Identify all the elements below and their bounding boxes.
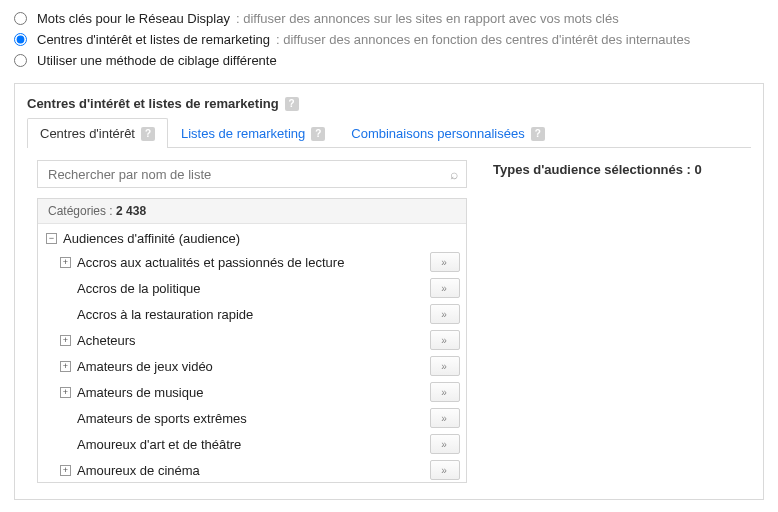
tree-row[interactable]: +Acheteurs» — [44, 327, 462, 353]
interests-panel: Centres d'intérêt et listes de remarketi… — [14, 83, 764, 500]
targeting-option-keywords[interactable]: Mots clés pour le Réseau Display : diffu… — [14, 8, 764, 29]
expander-spacer — [60, 439, 71, 450]
add-category-button[interactable]: » — [430, 278, 460, 298]
tree-root-label: Audiences d'affinité (audience) — [63, 231, 460, 246]
help-icon[interactable]: ? — [531, 127, 545, 141]
selected-title-prefix: Types d'audience sélectionnés : — [493, 162, 695, 177]
help-icon[interactable]: ? — [285, 97, 299, 111]
search-input[interactable] — [46, 166, 450, 183]
expander-spacer — [60, 413, 71, 424]
tab-interests-label: Centres d'intérêt — [40, 126, 135, 141]
search-icon[interactable]: ⌕ — [450, 166, 458, 182]
panel-title: Centres d'intérêt et listes de remarketi… — [27, 96, 751, 111]
selected-audience-title: Types d'audience sélectionnés : 0 — [493, 162, 741, 177]
tree-row[interactable]: Amateurs de sports extrêmes» — [44, 405, 462, 431]
tabs: Centres d'intérêt ? Listes de remarketin… — [27, 117, 751, 148]
add-category-button[interactable]: » — [430, 408, 460, 428]
tree-row[interactable]: +Amoureux de cinéma» — [44, 457, 462, 482]
tree-row[interactable]: Amoureux d'art et de théâtre» — [44, 431, 462, 457]
list-header: Catégories : 2 438 — [38, 199, 466, 224]
tree-item-label: Accros à la restauration rapide — [77, 307, 424, 322]
add-category-button[interactable]: » — [430, 460, 460, 480]
list-header-count: 2 438 — [116, 204, 146, 218]
tab-remarketing-label: Listes de remarketing — [181, 126, 305, 141]
expander-spacer — [60, 283, 71, 294]
add-category-button[interactable]: » — [430, 434, 460, 454]
list-scroll[interactable]: − Audiences d'affinité (audience) +Accro… — [38, 224, 466, 482]
expander-spacer — [60, 309, 71, 320]
tree-item-label: Acheteurs — [77, 333, 424, 348]
radio-keywords-desc: : diffuser des annonces sur les sites en… — [236, 11, 619, 26]
expand-icon[interactable]: + — [60, 387, 71, 398]
expand-icon[interactable]: + — [60, 257, 71, 268]
selected-count: 0 — [695, 162, 702, 177]
expand-icon[interactable]: + — [60, 361, 71, 372]
tree-root-row[interactable]: − Audiences d'affinité (audience) — [44, 228, 462, 249]
tab-combos[interactable]: Combinaisons personnalisées ? — [338, 118, 557, 148]
tab-remarketing[interactable]: Listes de remarketing ? — [168, 118, 338, 148]
tree-row[interactable]: +Amateurs de musique» — [44, 379, 462, 405]
radio-other-label: Utiliser une méthode de ciblage différen… — [37, 53, 277, 68]
radio-keywords[interactable] — [14, 12, 27, 25]
tree-item-label: Amateurs de musique — [77, 385, 424, 400]
tree-row[interactable]: +Amateurs de jeux vidéo» — [44, 353, 462, 379]
tree-row[interactable]: +Accros aux actualités et passionnés de … — [44, 249, 462, 275]
left-column: ⌕ Catégories : 2 438 − Audiences d'affin… — [27, 148, 477, 489]
tree-item-label: Amateurs de sports extrêmes — [77, 411, 424, 426]
search-box[interactable]: ⌕ — [37, 160, 467, 188]
radio-keywords-label: Mots clés pour le Réseau Display — [37, 11, 230, 26]
radio-interests-desc: : diffuser des annonces en fonction des … — [276, 32, 690, 47]
tree-item-label: Amoureux d'art et de théâtre — [77, 437, 424, 452]
category-listbox: Catégories : 2 438 − Audiences d'affinit… — [37, 198, 467, 483]
radio-interests[interactable] — [14, 33, 27, 46]
targeting-option-interests[interactable]: Centres d'intérêt et listes de remarketi… — [14, 29, 764, 50]
add-category-button[interactable]: » — [430, 356, 460, 376]
radio-interests-label: Centres d'intérêt et listes de remarketi… — [37, 32, 270, 47]
help-icon[interactable]: ? — [141, 127, 155, 141]
radio-other[interactable] — [14, 54, 27, 67]
collapse-icon[interactable]: − — [46, 233, 57, 244]
expand-icon[interactable]: + — [60, 465, 71, 476]
panel-body: ⌕ Catégories : 2 438 − Audiences d'affin… — [27, 148, 751, 489]
right-column: Types d'audience sélectionnés : 0 — [477, 148, 751, 489]
targeting-option-other[interactable]: Utiliser une méthode de ciblage différen… — [14, 50, 764, 71]
tree-row[interactable]: Accros de la politique» — [44, 275, 462, 301]
tab-interests[interactable]: Centres d'intérêt ? — [27, 118, 168, 148]
panel-title-text: Centres d'intérêt et listes de remarketi… — [27, 96, 279, 111]
list-header-prefix: Catégories : — [48, 204, 116, 218]
tree-row[interactable]: Accros à la restauration rapide» — [44, 301, 462, 327]
tree-item-label: Accros aux actualités et passionnés de l… — [77, 255, 424, 270]
tree-item-label: Amoureux de cinéma — [77, 463, 424, 478]
add-category-button[interactable]: » — [430, 252, 460, 272]
help-icon[interactable]: ? — [311, 127, 325, 141]
add-category-button[interactable]: » — [430, 330, 460, 350]
expand-icon[interactable]: + — [60, 335, 71, 346]
add-category-button[interactable]: » — [430, 304, 460, 324]
tree-item-label: Amateurs de jeux vidéo — [77, 359, 424, 374]
tree-item-label: Accros de la politique — [77, 281, 424, 296]
tab-combos-label: Combinaisons personnalisées — [351, 126, 524, 141]
add-category-button[interactable]: » — [430, 382, 460, 402]
